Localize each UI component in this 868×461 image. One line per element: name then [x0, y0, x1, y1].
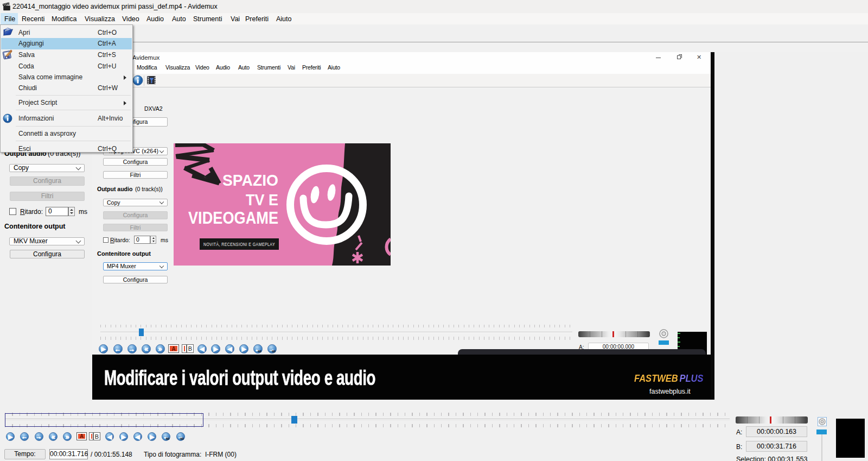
svg-text:NOVITÀ, RECENSIONI E GAMEPLAY: NOVITÀ, RECENSIONI E GAMEPLAY — [203, 242, 275, 247]
svg-text:TV E: TV E — [246, 191, 278, 209]
svg-text:VIDEOGAME: VIDEOGAME — [188, 208, 278, 228]
svg-text:SPAZIO: SPAZIO — [222, 171, 278, 189]
